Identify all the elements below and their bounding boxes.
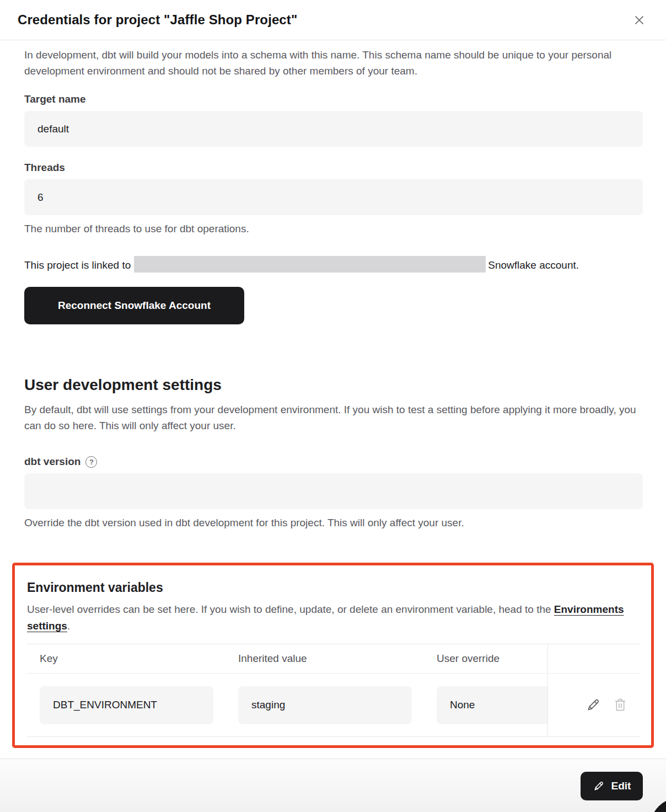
redacted-account-name [134, 256, 486, 273]
reconnect-button-label: Reconnect Snowflake Account [58, 300, 211, 312]
schema-intro-text: In development, dbt will build your mode… [24, 47, 643, 79]
close-button[interactable] [630, 10, 648, 29]
modal-footer: Edit [0, 758, 666, 812]
x-icon [632, 13, 647, 28]
env-vars-table: Key Inherited value User override DBT_EN… [27, 644, 640, 737]
delete-env-var-button[interactable] [613, 697, 627, 713]
reconnect-snowflake-button[interactable]: Reconnect Snowflake Account [24, 287, 244, 324]
threads-input[interactable] [24, 179, 643, 215]
user-dev-settings-heading: User development settings [24, 376, 643, 394]
modal-body: In development, dbt will build your mode… [0, 47, 666, 748]
linked-text-after: Snowflake account. [488, 259, 579, 271]
env-vars-description: User-level overrides can be set here. If… [27, 601, 640, 634]
edit-button-label: Edit [611, 780, 631, 792]
snowflake-linked-text: This project is linked toSnowflake accou… [24, 255, 643, 275]
column-header-inherited-value: Inherited value [238, 653, 307, 665]
column-header-user-override: User override [437, 653, 500, 665]
dbt-version-helper-text: Override the dbt version used in dbt dev… [24, 517, 643, 528]
question-circle-icon[interactable] [85, 456, 97, 468]
user-dev-settings-description: By default, dbt will use settings from y… [24, 402, 643, 434]
edit-env-var-button[interactable] [586, 697, 601, 713]
target-name-input[interactable] [24, 111, 643, 147]
modal-title: Credentials for project "Jaffle Shop Pro… [18, 12, 297, 28]
env-vars-table-header-row: Key Inherited value User override [27, 644, 640, 673]
dbt-version-input[interactable] [24, 473, 643, 509]
env-vars-heading: Environment variables [27, 580, 640, 595]
env-vars-description-before: User-level overrides can be set here. If… [27, 603, 554, 615]
column-header-actions [547, 644, 640, 673]
pencil-icon [593, 780, 605, 792]
trash-icon [613, 697, 627, 713]
env-var-override-value: None [437, 686, 547, 724]
linked-text-before: This project is linked to [24, 259, 131, 271]
pencil-icon [586, 697, 601, 713]
threads-label: Threads [24, 162, 643, 174]
env-var-inherited-value: staging [238, 686, 412, 724]
env-vars-description-after: . [67, 620, 70, 632]
dbt-version-label: dbt version [24, 456, 80, 468]
modal-header: Credentials for project "Jaffle Shop Pro… [0, 0, 666, 40]
target-name-label: Target name [24, 93, 643, 105]
env-vars-highlight-box: Environment variables User-level overrid… [12, 563, 654, 748]
edit-button[interactable]: Edit [581, 772, 643, 800]
env-var-key-value: DBT_ENVIRONMENT [40, 686, 213, 724]
env-var-row: DBT_ENVIRONMENT staging None [27, 673, 640, 736]
threads-helper-text: The number of threads to use for dbt ope… [24, 223, 643, 234]
column-header-key: Key [40, 653, 58, 665]
dbt-version-label-row: dbt version [24, 456, 643, 468]
